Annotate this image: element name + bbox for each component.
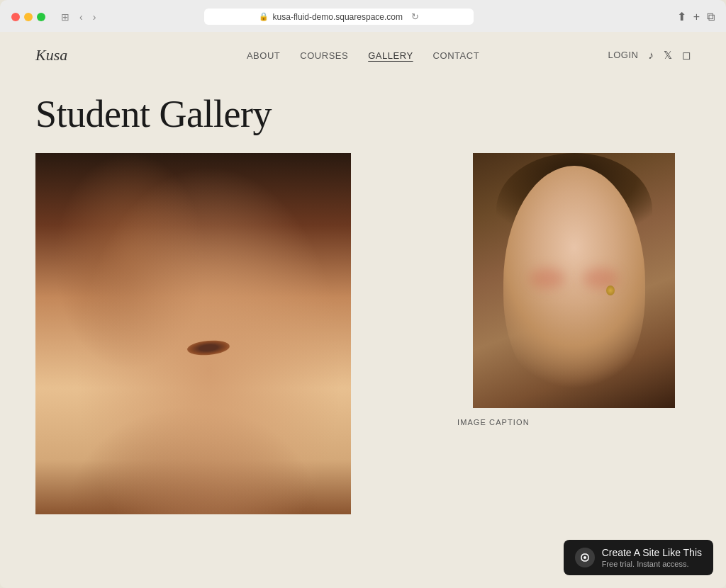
image-caption: IMAGE CAPTION	[457, 418, 530, 426]
right-cheek-left	[530, 268, 565, 289]
lock-icon: 🔒	[259, 12, 269, 21]
twitter-icon[interactable]: 𝕏	[664, 49, 672, 62]
traffic-lights	[11, 13, 45, 21]
nav-right: LOGIN ♪ 𝕏 ◻	[479, 49, 691, 62]
nav-link-gallery[interactable]: GALLERY	[368, 50, 413, 61]
url-text: kusa-fluid-demo.squarespace.com	[273, 12, 403, 22]
new-tab-button[interactable]: +	[693, 11, 700, 23]
right-face	[503, 166, 645, 400]
traffic-light-red[interactable]	[11, 13, 20, 21]
squarespace-badge-title: Create A Site Like This	[602, 547, 702, 558]
traffic-light-green[interactable]	[37, 13, 45, 21]
back-button[interactable]: ‹	[77, 10, 86, 24]
squarespace-badge[interactable]: Create A Site Like This Free trial. Inst…	[564, 540, 713, 575]
nav-link-about[interactable]: ABOUT	[247, 50, 280, 61]
gallery-image-right[interactable]	[473, 153, 675, 408]
squarespace-badge-subtitle: Free trial. Instant access.	[602, 560, 702, 568]
left-face-overlay	[35, 153, 351, 514]
browser-controls: ⊞ ‹ ›	[58, 10, 99, 24]
gallery-image-right-visual	[473, 153, 675, 408]
login-button[interactable]: LOGIN	[608, 50, 638, 60]
nav-link-contact[interactable]: CONTACT	[433, 50, 480, 61]
right-earring-icon	[606, 285, 615, 295]
navigation: Kusa ABOUT COURSES GALLERY CONTACT LOGIN…	[0, 32, 726, 78]
forward-button[interactable]: ›	[90, 10, 99, 24]
browser-chrome: ⊞ ‹ › 🔒 kusa-fluid-demo.squarespace.com …	[0, 0, 726, 32]
traffic-light-yellow[interactable]	[24, 13, 33, 21]
main-content: Student Gallery	[0, 78, 726, 514]
nav-item-courses[interactable]: COURSES	[300, 49, 348, 62]
gallery-layout: IMAGE CAPTION	[35, 153, 691, 514]
page-title: Student Gallery	[35, 92, 691, 136]
instagram-icon[interactable]: ◻	[682, 49, 691, 62]
nav-link-courses[interactable]: COURSES	[300, 50, 348, 61]
browser-toolbar: ⊞ ‹ › 🔒 kusa-fluid-demo.squarespace.com …	[11, 9, 715, 25]
nav-item-contact[interactable]: CONTACT	[433, 49, 480, 62]
squarespace-logo-icon	[575, 548, 595, 567]
nav-item-gallery[interactable]: GALLERY	[368, 49, 413, 62]
window-icon[interactable]: ⊞	[58, 10, 72, 24]
address-bar[interactable]: 🔒 kusa-fluid-demo.squarespace.com ↻	[204, 9, 474, 25]
site-logo[interactable]: Kusa	[35, 46, 247, 64]
squarespace-badge-text: Create A Site Like This Free trial. Inst…	[602, 547, 702, 568]
gallery-image-left-visual	[35, 153, 351, 514]
nav-item-about[interactable]: ABOUT	[247, 49, 280, 62]
gallery-image-left[interactable]	[35, 153, 351, 514]
share-button[interactable]: ⬆	[677, 10, 686, 23]
duplicate-button[interactable]: ⧉	[707, 11, 715, 23]
nav-links: ABOUT COURSES GALLERY CONTACT	[247, 49, 479, 62]
browser-actions: ⬆ + ⧉	[677, 10, 715, 23]
reload-icon[interactable]: ↻	[411, 11, 419, 22]
gallery-right: IMAGE CAPTION	[351, 153, 691, 426]
website-content: Kusa ABOUT COURSES GALLERY CONTACT LOGIN…	[0, 32, 726, 588]
tiktok-icon[interactable]: ♪	[649, 49, 654, 61]
